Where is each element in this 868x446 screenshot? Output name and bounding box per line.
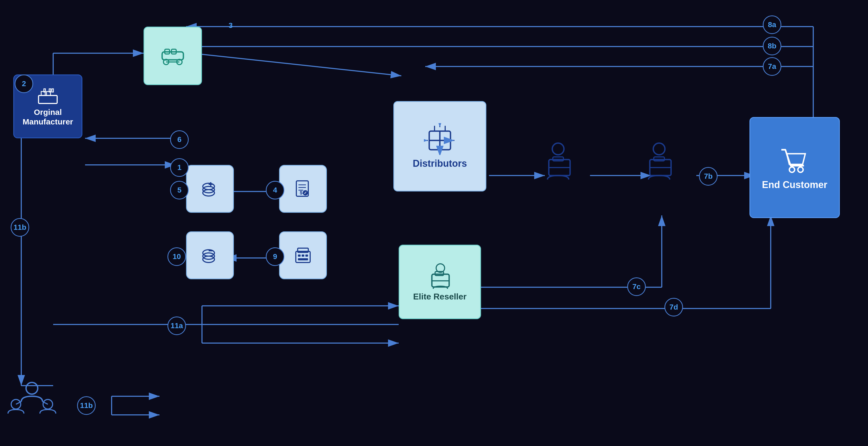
step-11b-circle-bottom: 11b bbox=[77, 396, 96, 415]
step-5-circle: 5 bbox=[170, 181, 189, 200]
svg-rect-88 bbox=[305, 255, 308, 257]
step-11a-circle: 11a bbox=[167, 317, 186, 335]
distributors-label: Distributors bbox=[413, 158, 467, 169]
step-7b-circle: 7b bbox=[699, 167, 718, 186]
step-9-label: 9 bbox=[273, 252, 277, 261]
step-2-label: 2 bbox=[22, 80, 26, 88]
register-icon bbox=[294, 246, 312, 265]
svg-rect-86 bbox=[298, 255, 301, 257]
step-8a-label: 8a bbox=[768, 21, 776, 29]
step-8b-label: 8b bbox=[768, 42, 777, 50]
coins-minus-node bbox=[186, 231, 234, 279]
coins-plus-icon bbox=[200, 180, 219, 198]
step-6-circle: 6 bbox=[170, 130, 189, 149]
step-1-circle: 1 bbox=[170, 158, 189, 177]
svg-point-94 bbox=[26, 382, 38, 394]
svg-point-78 bbox=[789, 167, 795, 172]
step-10-label: 10 bbox=[173, 252, 181, 261]
step-9-circle: 9 bbox=[266, 247, 284, 266]
distributors-node: Distributors bbox=[393, 101, 486, 191]
svg-line-3 bbox=[191, 53, 401, 76]
step-6-label: 6 bbox=[177, 136, 182, 144]
connections-svg bbox=[0, 0, 868, 446]
reseller2-icon bbox=[635, 141, 683, 189]
reseller2-node bbox=[635, 141, 683, 190]
diagram-container: Orginal Manufacturer $ ✓ bbox=[0, 0, 868, 446]
svg-point-77 bbox=[653, 143, 665, 155]
step-4-circle: 4 bbox=[266, 181, 284, 200]
network-node bbox=[5, 372, 59, 426]
step-2-circle: 2 bbox=[14, 75, 33, 93]
distributors-icon bbox=[424, 123, 456, 155]
step-4-label: 4 bbox=[273, 186, 277, 195]
step-1-label: 1 bbox=[177, 163, 182, 172]
svg-rect-84 bbox=[296, 251, 310, 263]
svg-text:$: $ bbox=[300, 190, 303, 196]
step-7d-label: 7d bbox=[670, 303, 678, 311]
step-5-label: 5 bbox=[177, 186, 182, 195]
elite-reseller-icon bbox=[427, 262, 453, 289]
invoice-icon: $ ✓ bbox=[294, 180, 312, 198]
conveyor-icon bbox=[161, 44, 185, 68]
reseller1-node bbox=[534, 141, 582, 190]
end-customer-node: End Customer bbox=[749, 117, 840, 218]
step-7c-label: 7c bbox=[632, 283, 641, 291]
step-11b-circle-left: 11b bbox=[11, 218, 29, 237]
svg-rect-89 bbox=[298, 258, 308, 260]
svg-rect-87 bbox=[302, 255, 304, 257]
step-8a-circle: 8a bbox=[763, 16, 781, 34]
step-11a-label: 11a bbox=[170, 322, 183, 330]
step-7d-circle: 7d bbox=[664, 298, 683, 317]
invoice-node: $ ✓ bbox=[279, 165, 327, 213]
step-11b-label-bottom: 11b bbox=[80, 401, 93, 410]
cart-icon bbox=[779, 144, 811, 176]
reseller1-icon bbox=[534, 141, 582, 189]
svg-point-79 bbox=[798, 167, 803, 172]
step-7c-circle: 7c bbox=[627, 277, 646, 296]
elite-reseller-label: Elite Reseller bbox=[413, 292, 467, 302]
step-7a-circle: 7a bbox=[763, 57, 781, 76]
factory-icon bbox=[37, 86, 59, 105]
svg-rect-48 bbox=[52, 89, 54, 92]
manufacturer-label: Orginal Manufacturer bbox=[14, 108, 82, 127]
step-8b-circle: 8b bbox=[763, 37, 781, 55]
step-11b-label-left: 11b bbox=[13, 223, 26, 232]
svg-text:✓: ✓ bbox=[304, 191, 307, 195]
step-7a-label: 7a bbox=[768, 62, 776, 71]
network-icon bbox=[5, 372, 59, 425]
register-node bbox=[279, 231, 327, 279]
elite-reseller-node: Elite Reseller bbox=[399, 245, 481, 319]
step-10-circle: 10 bbox=[167, 247, 186, 266]
step-7b-label: 7b bbox=[704, 172, 713, 181]
svg-rect-43 bbox=[38, 95, 57, 103]
svg-point-73 bbox=[552, 143, 564, 155]
coins-plus-node bbox=[186, 165, 234, 213]
production-node bbox=[144, 27, 202, 85]
coins-minus-icon bbox=[200, 246, 219, 265]
end-customer-label: End Customer bbox=[762, 179, 827, 190]
step-3-label: 3 bbox=[228, 21, 233, 30]
